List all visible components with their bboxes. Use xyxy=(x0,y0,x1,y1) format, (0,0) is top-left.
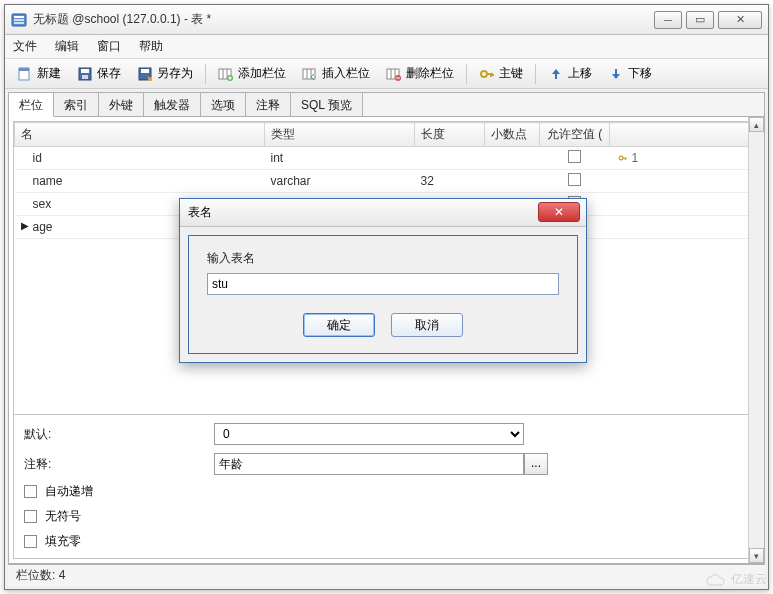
svg-rect-7 xyxy=(81,69,89,73)
menu-help[interactable]: 帮助 xyxy=(139,38,163,55)
field-properties: 默认: 0 注释: ... 自动递增 无符号 填充零 xyxy=(14,414,759,558)
null-checkbox[interactable] xyxy=(568,150,581,163)
delfield-button[interactable]: 删除栏位 xyxy=(380,63,460,84)
maximize-button[interactable]: ▭ xyxy=(686,11,714,29)
tab-fields[interactable]: 栏位 xyxy=(9,93,54,117)
ok-button[interactable]: 确定 xyxy=(303,313,375,337)
cell-pk xyxy=(610,193,759,216)
separator xyxy=(205,64,206,84)
minimize-button[interactable]: ─ xyxy=(654,11,682,29)
col-dec[interactable]: 小数点 xyxy=(485,123,540,147)
cell-name: name xyxy=(33,174,63,188)
svg-point-23 xyxy=(619,156,623,160)
default-select[interactable]: 0 xyxy=(214,423,524,445)
window-title: 无标题 @school (127.0.0.1) - 表 * xyxy=(33,11,654,28)
insfield-button[interactable]: 插入栏位 xyxy=(296,63,376,84)
unsigned-checkbox[interactable] xyxy=(24,510,37,523)
svg-rect-3 xyxy=(14,22,24,24)
delfield-icon xyxy=(386,66,402,82)
autoinc-checkbox[interactable] xyxy=(24,485,37,498)
cell-dec xyxy=(485,147,540,170)
cell-dec xyxy=(485,170,540,193)
addfield-button[interactable]: 添加栏位 xyxy=(212,63,292,84)
cell-name: sex xyxy=(33,197,52,211)
default-label: 默认: xyxy=(24,426,214,443)
tablename-input[interactable] xyxy=(207,273,559,295)
svg-rect-8 xyxy=(82,75,88,79)
scroll-down-button[interactable]: ▾ xyxy=(749,548,764,563)
menu-window[interactable]: 窗口 xyxy=(97,38,121,55)
dialog-body: 输入表名 确定 取消 xyxy=(188,235,578,354)
status-text: 栏位数: 4 xyxy=(16,567,65,584)
dialog-title: 表名 xyxy=(188,204,212,221)
tab-sql[interactable]: SQL 预览 xyxy=(291,93,363,116)
zerofill-checkbox[interactable] xyxy=(24,535,37,548)
svg-rect-15 xyxy=(303,69,315,79)
cell-type: varchar xyxy=(265,170,415,193)
app-icon xyxy=(11,12,27,28)
svg-point-22 xyxy=(481,71,487,77)
svg-rect-10 xyxy=(141,69,149,73)
unsigned-label: 无符号 xyxy=(45,508,81,525)
content-area: 栏位 索引 外键 触发器 选项 注释 SQL 预览 名 类型 长度 小数点 允许… xyxy=(8,92,765,564)
autoinc-label: 自动递增 xyxy=(45,483,93,500)
window-controls: ─ ▭ ✕ xyxy=(654,11,762,29)
moveup-button[interactable]: 上移 xyxy=(542,63,598,84)
movedown-button[interactable]: 下移 xyxy=(602,63,658,84)
new-icon xyxy=(17,66,33,82)
cloud-icon xyxy=(705,573,727,587)
saveas-button[interactable]: 另存为 xyxy=(131,63,199,84)
new-button[interactable]: 新建 xyxy=(11,63,67,84)
cell-pk: 1 xyxy=(610,147,759,170)
col-pk[interactable] xyxy=(610,123,759,147)
svg-rect-2 xyxy=(14,19,24,21)
table-row[interactable]: namevarchar32 xyxy=(15,170,759,193)
tab-comments[interactable]: 注释 xyxy=(246,93,291,116)
comment-more-button[interactable]: ... xyxy=(524,453,548,475)
tab-options[interactable]: 选项 xyxy=(201,93,246,116)
menu-file[interactable]: 文件 xyxy=(13,38,37,55)
cell-len: 32 xyxy=(415,170,485,193)
cell-type: int xyxy=(265,147,415,170)
titlebar: 无标题 @school (127.0.0.1) - 表 * ─ ▭ ✕ xyxy=(5,5,768,35)
cell-pk xyxy=(610,216,759,239)
arrow-down-icon xyxy=(608,66,624,82)
cell-len xyxy=(415,147,485,170)
dialog-close-button[interactable]: ✕ xyxy=(538,202,580,222)
tab-indexes[interactable]: 索引 xyxy=(54,93,99,116)
saveas-icon xyxy=(137,66,153,82)
svg-rect-5 xyxy=(19,68,29,71)
save-button[interactable]: 保存 xyxy=(71,63,127,84)
vscrollbar[interactable]: ▴ ▾ xyxy=(748,117,764,563)
svg-rect-1 xyxy=(14,16,24,18)
tab-fk[interactable]: 外键 xyxy=(99,93,144,116)
statusbar: 栏位数: 4 xyxy=(8,564,765,586)
arrow-up-icon xyxy=(548,66,564,82)
close-button[interactable]: ✕ xyxy=(718,11,762,29)
table-row[interactable]: idint1 xyxy=(15,147,759,170)
cell-name: id xyxy=(33,151,42,165)
insfield-icon xyxy=(302,66,318,82)
tabstrip: 栏位 索引 外键 触发器 选项 注释 SQL 预览 xyxy=(9,93,764,117)
null-checkbox[interactable] xyxy=(568,173,581,186)
save-icon xyxy=(77,66,93,82)
col-len[interactable]: 长度 xyxy=(415,123,485,147)
col-name[interactable]: 名 xyxy=(15,123,265,147)
scroll-up-button[interactable]: ▴ xyxy=(749,117,764,132)
cell-name: age xyxy=(33,220,53,234)
zerofill-label: 填充零 xyxy=(45,533,81,550)
key-icon xyxy=(479,66,495,82)
pk-button[interactable]: 主键 xyxy=(473,63,529,84)
dialog-titlebar: 表名 ✕ xyxy=(180,199,586,227)
menu-edit[interactable]: 编辑 xyxy=(55,38,79,55)
tab-triggers[interactable]: 触发器 xyxy=(144,93,201,116)
col-type[interactable]: 类型 xyxy=(265,123,415,147)
col-null[interactable]: 允许空值 ( xyxy=(540,123,610,147)
separator xyxy=(466,64,467,84)
tablename-dialog: 表名 ✕ 输入表名 确定 取消 xyxy=(179,198,587,363)
cell-pk xyxy=(610,170,759,193)
addfield-icon xyxy=(218,66,234,82)
comment-input[interactable] xyxy=(214,453,524,475)
watermark: 亿速云 xyxy=(705,571,767,588)
cancel-button[interactable]: 取消 xyxy=(391,313,463,337)
